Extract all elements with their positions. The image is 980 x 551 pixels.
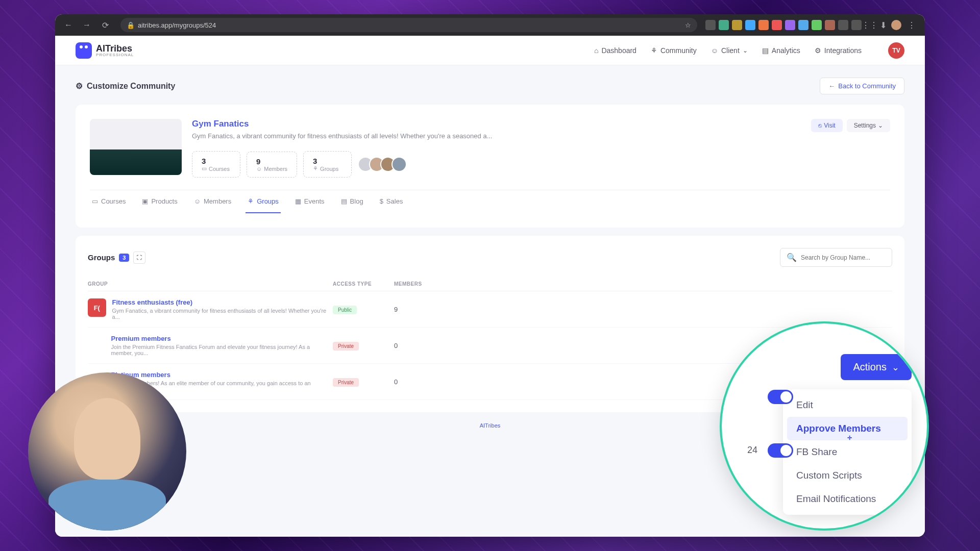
tab-groups[interactable]: ⚘Groups — [246, 190, 281, 213]
address-bar[interactable]: 🔒 aitribes.app/mygroups/524 ☆ — [120, 18, 697, 32]
chevron-down-icon: ⌄ — [878, 122, 883, 129]
ext-icon[interactable] — [785, 20, 795, 30]
ext-icon[interactable] — [745, 20, 755, 30]
table-row[interactable]: F( Fitness enthusiasts (free) Gym Fanati… — [88, 291, 892, 328]
ext-icon[interactable] — [732, 20, 742, 30]
profile-avatar[interactable] — [891, 20, 901, 30]
star-icon[interactable]: ☆ — [685, 21, 691, 29]
menu-fb-share[interactable]: FB Share — [787, 440, 908, 464]
page-title-row: ⚙ Customize Community ← Back to Communit… — [76, 78, 904, 94]
logo-subtitle: PROFESSIONAL — [96, 53, 134, 57]
logo[interactable]: AITribes PROFESSIONAL — [76, 42, 134, 59]
stats-row: 3 ▭Courses 9 ☺Members 3 ⚘Groups — [192, 151, 890, 178]
logo-icon — [76, 42, 92, 59]
user-avatar[interactable]: TV — [888, 42, 904, 59]
nav-integrations[interactable]: ⚙Integrations — [815, 46, 862, 55]
book-icon: ▭ — [92, 197, 98, 205]
members-count: 0 — [394, 378, 440, 386]
menu-approve-members[interactable]: Approve Members ✛ — [787, 417, 908, 440]
extensions-icon[interactable]: ⋮⋮ — [865, 20, 875, 30]
menu-custom-scripts[interactable]: Custom Scripts — [787, 464, 908, 487]
browser-toolbar: ← → ⟳ 🔒 aitribes.app/mygroups/524 ☆ ⋮⋮ ⬇… — [55, 14, 925, 36]
zoom-highlight: 24 Actions Edit Approve Members ✛ FB Sha… — [720, 321, 929, 531]
search-box[interactable]: 🔍 — [780, 248, 892, 267]
tab-sales[interactable]: $Sales — [378, 190, 405, 213]
main-nav: ⌂Dashboard ⚘Community ☺Client ▤Analytics… — [594, 42, 904, 59]
access-badge: Private — [333, 342, 359, 350]
download-icon[interactable]: ⬇ — [878, 20, 888, 30]
nav-community[interactable]: ⚘Community — [651, 46, 697, 55]
tab-events[interactable]: ▦Events — [293, 190, 327, 213]
back-nav-icon[interactable]: ← — [61, 18, 76, 32]
tab-blog[interactable]: ▤Blog — [339, 190, 365, 213]
ext-icon[interactable] — [758, 20, 769, 30]
ext-icon[interactable] — [851, 20, 862, 30]
community-image — [90, 119, 182, 175]
members-count: 9 — [394, 306, 440, 313]
ext-icon[interactable] — [798, 20, 808, 30]
nav-dashboard[interactable]: ⌂Dashboard — [594, 46, 636, 55]
ext-icon[interactable] — [825, 20, 835, 30]
logo-name: AITribes — [96, 44, 134, 53]
lock-icon: 🔒 — [127, 21, 134, 29]
users-icon: ☺ — [194, 197, 201, 205]
stat-members: 9 ☺Members — [247, 152, 297, 178]
box-icon: ▣ — [142, 197, 148, 205]
webcam-overlay — [28, 372, 186, 531]
menu-edit[interactable]: Edit — [787, 393, 908, 417]
settings-button[interactable]: Settings⌄ — [847, 119, 890, 132]
user-icon: ☺ — [711, 46, 718, 55]
blog-icon: ▤ — [341, 197, 347, 205]
actions-button[interactable]: Actions — [841, 354, 912, 380]
tabs: ▭Courses ▣Products ☺Members ⚘Groups ▦Eve… — [90, 190, 890, 213]
forward-nav-icon[interactable]: → — [80, 18, 94, 32]
search-icon: 🔍 — [787, 253, 797, 262]
nav-analytics[interactable]: ▤Analytics — [762, 46, 800, 55]
reload-icon[interactable]: ⟳ — [98, 18, 112, 32]
access-badge: Public — [333, 306, 357, 314]
groups-title: Groups 3 ⛶ — [88, 252, 145, 264]
groups-icon: ⚘ — [313, 165, 318, 172]
settings-icon: ⚙ — [76, 81, 83, 91]
app-header: AITribes PROFESSIONAL ⌂Dashboard ⚘Commun… — [55, 36, 925, 65]
nav-client[interactable]: ☺Client — [711, 46, 748, 55]
tab-courses[interactable]: ▭Courses — [90, 190, 128, 213]
chart-icon: ▤ — [762, 46, 769, 55]
zoom-number: 24 — [747, 445, 757, 456]
book-icon: ▭ — [202, 165, 207, 172]
search-input[interactable] — [801, 254, 886, 261]
url-text: aitribes.app/mygroups/524 — [138, 21, 216, 29]
footer-brand[interactable]: AITribes — [480, 422, 501, 429]
ext-icon[interactable] — [719, 20, 729, 30]
stat-courses: 3 ▭Courses — [192, 151, 240, 178]
stat-groups: 3 ⚘Groups — [303, 151, 352, 178]
cursor-icon: ✛ — [847, 435, 852, 441]
ext-icon[interactable] — [705, 20, 716, 30]
menu-icon[interactable]: ⋮ — [904, 18, 919, 32]
menu-email-notifications[interactable]: Email Notifications — [787, 487, 908, 511]
expand-button[interactable]: ⛶ — [133, 252, 145, 264]
external-icon: ⎋ — [818, 122, 822, 129]
tab-products[interactable]: ▣Products — [140, 190, 179, 213]
group-name: Premium members — [111, 335, 333, 342]
community-name: Gym Fanatics — [192, 119, 492, 129]
link-icon: ⚙ — [815, 46, 821, 55]
community-card: Gym Fanatics Gym Fanatics, a vibrant com… — [76, 105, 904, 228]
toggle-switch[interactable] — [768, 443, 793, 458]
ext-icon[interactable] — [812, 20, 822, 30]
group-description: Gym Fanatics, a vibrant community for fi… — [112, 308, 333, 320]
ext-icon[interactable] — [838, 20, 848, 30]
users-icon: ☺ — [256, 166, 262, 172]
toggle-switch[interactable] — [768, 390, 793, 404]
member-avatars — [362, 157, 407, 172]
members-count: 0 — [394, 342, 440, 349]
actions-dropdown: Edit Approve Members ✛ FB Share Custom S… — [783, 389, 912, 515]
group-description: Join the Premium Fitness Fanatics Forum … — [111, 344, 333, 356]
ext-icon[interactable] — [772, 20, 782, 30]
back-to-community-button[interactable]: ← Back to Community — [820, 78, 904, 94]
tab-members[interactable]: ☺Members — [192, 190, 233, 213]
page-title: ⚙ Customize Community — [76, 81, 175, 91]
groups-icon: ⚘ — [248, 197, 254, 205]
home-icon: ⌂ — [594, 46, 598, 55]
visit-button[interactable]: ⎋Visit — [811, 119, 842, 132]
